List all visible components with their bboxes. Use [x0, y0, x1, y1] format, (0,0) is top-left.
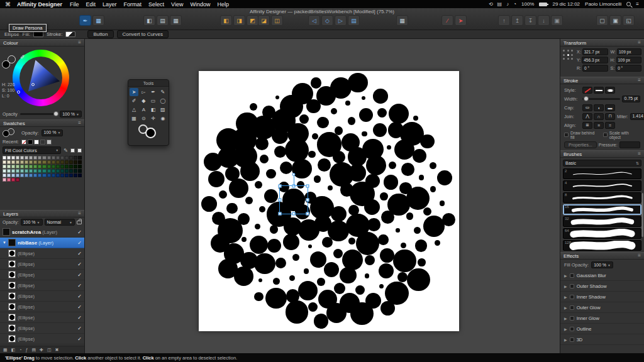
draw-persona-button[interactable]: ✒	[79, 15, 91, 26]
adjustment-layer-icon[interactable]: ◔	[19, 348, 21, 352]
delete-layer-icon[interactable]: ✖	[55, 348, 59, 353]
artwork-dot[interactable]	[415, 239, 428, 252]
panels-toggle-button[interactable]: ▣	[609, 15, 621, 26]
anchor-point-selector[interactable]	[563, 50, 574, 61]
artwork-dot[interactable]	[333, 249, 343, 259]
swatch-2-3[interactable]	[16, 165, 19, 168]
layer-row-ellipse-4[interactable]: (Ellipse)✓	[0, 270, 84, 280]
artwork-dot[interactable]	[324, 262, 340, 278]
menu-window[interactable]: Window	[190, 1, 210, 8]
artwork-dot[interactable]	[348, 164, 366, 182]
swatch-0-11[interactable]	[52, 156, 55, 160]
disclosure-icon[interactable]: ▶	[564, 273, 567, 278]
effect-checkbox[interactable]	[570, 316, 574, 321]
artwork-dot[interactable]	[242, 237, 247, 242]
swatch-0-8[interactable]	[38, 156, 42, 160]
artwork-dot[interactable]	[292, 254, 299, 261]
convert-to-curves-button[interactable]: Convert to Curves	[117, 30, 169, 38]
transform-input-r[interactable]: 0 °	[582, 65, 608, 72]
artwork-dot[interactable]	[355, 285, 365, 295]
artwork-dot[interactable]	[430, 162, 436, 169]
distribute-button[interactable]: ▤	[348, 15, 360, 26]
no-stroke-style-button[interactable]	[582, 87, 592, 94]
swatch-4-10[interactable]	[47, 173, 51, 177]
artwork-dot[interactable]	[389, 104, 409, 124]
snapping-toggle-button[interactable]: ∕	[441, 15, 453, 26]
tools-panel-title[interactable]: Tools	[128, 80, 169, 87]
anchor-dot[interactable]	[567, 58, 569, 60]
layer-row-nibBase[interactable]: ▼nibBase (Layer)✓	[0, 238, 84, 248]
swatch-3-6[interactable]	[29, 169, 33, 173]
swatch-2-16[interactable]	[74, 165, 77, 168]
swatch-3-3[interactable]	[16, 169, 19, 173]
node-tool-button[interactable]: ▻	[139, 88, 148, 96]
recent-swatch-1[interactable]	[28, 140, 33, 145]
swatch-2-14[interactable]	[65, 165, 69, 168]
swatch-3-2[interactable]	[11, 169, 15, 173]
swatch-category-select[interactable]: Fill Cool Colors ▼	[3, 146, 61, 154]
swatch-4-5[interactable]	[25, 173, 28, 177]
artwork-dot[interactable]	[365, 273, 370, 278]
brush-tool-button[interactable]: ✐	[130, 97, 138, 105]
scale-with-object-checkbox[interactable]	[603, 133, 608, 137]
artwork-dot[interactable]	[414, 227, 421, 234]
insert-inside-button[interactable]: ◩	[247, 15, 258, 26]
fx-layer-icon[interactable]: ƒ	[25, 348, 28, 352]
layer-row-ellipse-6[interactable]: (Ellipse)✓	[0, 291, 84, 302]
stroke-swatch[interactable]	[65, 31, 75, 37]
colour-picker-tool-button[interactable]: ◉	[158, 114, 167, 123]
snapping-cursor-button[interactable]: ➤	[455, 15, 467, 26]
layer-row-ellipse-5[interactable]: (Ellipse)✓	[0, 280, 84, 291]
volume-icon[interactable]: ♪	[506, 1, 509, 7]
artwork-dot[interactable]	[389, 162, 396, 169]
artwork-dot[interactable]	[380, 248, 394, 263]
effect-row-inner-glow[interactable]: ▶Inner Glow	[560, 313, 644, 324]
swatch-0-16[interactable]	[74, 156, 77, 160]
artwork-dot[interactable]	[254, 253, 275, 275]
artwork-dot[interactable]	[255, 224, 260, 229]
swatch-1-3[interactable]	[16, 160, 19, 164]
menu-edit[interactable]: Edit	[86, 1, 96, 8]
swatch-4-12[interactable]	[56, 173, 60, 177]
arrange-button[interactable]: ▣	[551, 15, 563, 26]
swatch-5-1[interactable]	[7, 178, 11, 182]
eyedropper-icon[interactable]: ✐	[20, 54, 25, 60]
transform-input-s[interactable]: 0 °	[616, 65, 641, 72]
brush-item-2[interactable]: 2	[563, 168, 641, 179]
user-menu[interactable]: Paolo Limoncelli	[585, 1, 621, 7]
visibility-check-icon[interactable]: ✓	[77, 326, 82, 331]
pen-tool-button[interactable]: ✒	[149, 88, 158, 96]
round-cap-button[interactable]: ◖	[594, 104, 604, 111]
artwork-dot[interactable]	[387, 145, 391, 150]
visibility-check-icon[interactable]: ✓	[77, 336, 82, 342]
move-to-front-button[interactable]: ↑	[498, 15, 510, 26]
artwork-dot[interactable]	[229, 178, 248, 198]
swatch-1-4[interactable]	[20, 160, 24, 164]
selection-handle[interactable]	[306, 212, 309, 216]
artwork-dot[interactable]	[226, 203, 238, 214]
swatch-2-1[interactable]	[7, 165, 11, 168]
artwork-dot[interactable]	[365, 255, 375, 266]
swatch-2-4[interactable]	[20, 165, 24, 168]
artwork-dot[interactable]	[289, 275, 295, 281]
swatch-4-14[interactable]	[65, 173, 69, 177]
artwork-dot[interactable]	[328, 185, 333, 190]
artwork-dot[interactable]	[406, 187, 430, 211]
transform-input-w[interactable]: 109 px	[617, 48, 641, 55]
swatch-3-17[interactable]	[78, 169, 82, 173]
swatch-0-13[interactable]	[60, 156, 64, 160]
artwork-dot[interactable]	[359, 108, 374, 123]
effect-row-outline[interactable]: ▶Outline	[560, 324, 644, 334]
swatch-2-8[interactable]	[38, 165, 42, 168]
ellipse-tool-button[interactable]: ◯	[158, 97, 167, 105]
effect-row-outer-shadow[interactable]: ▶Outer Shadow	[560, 281, 644, 292]
swatch-2-6[interactable]	[29, 165, 33, 168]
group-layers-icon[interactable]: ◫	[47, 348, 52, 353]
artwork-dot[interactable]	[259, 206, 265, 212]
time-machine-icon[interactable]: ◔	[513, 1, 516, 7]
swatch-4-6[interactable]	[29, 173, 33, 177]
anchor-dot[interactable]	[567, 50, 569, 52]
swatch-3-12[interactable]	[56, 169, 60, 173]
brush-stroke-style-button[interactable]	[605, 87, 615, 94]
layer-row-ellipse-2[interactable]: (Ellipse)✓	[0, 248, 84, 259]
